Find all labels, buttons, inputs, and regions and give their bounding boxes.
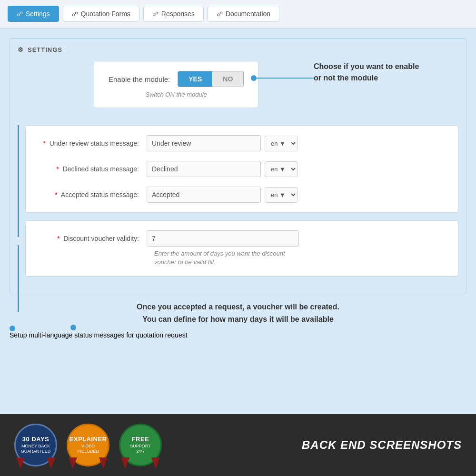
multilang-callout: Setup multi-language status messages for… [10, 326, 466, 339]
badge-explainer-wrapper: EXPLAINER VIDEO INCLUDED [67, 424, 109, 466]
badge-explainer-title: EXPLAINER [69, 436, 107, 444]
required-star-1: * [43, 139, 45, 147]
main-content: ⚙ SETTINGS Choose if you want to enableo… [0, 29, 476, 466]
ribbon-right-3 [151, 457, 160, 470]
svg-marker-0 [16, 457, 25, 469]
ribbon-left-2 [69, 457, 77, 470]
accepted-input[interactable] [147, 187, 261, 203]
ribbon-right-2 [99, 457, 108, 470]
under-review-lang-select[interactable]: en ▼ [265, 136, 298, 151]
badge-30days-sub1: MONEY BACK [21, 444, 50, 449]
svg-marker-3 [99, 457, 108, 469]
ribbon-right-1 [47, 457, 55, 470]
voucher-callout-text: Once you accepted a request, a voucher w… [10, 301, 466, 325]
under-review-row: * Under review status message: en ▼ [37, 135, 446, 151]
responses-tab-label: Responses [161, 10, 195, 18]
settings-header: ⚙ SETTINGS [18, 46, 458, 53]
accepted-lang-select[interactable]: en ▼ [265, 187, 298, 203]
svg-marker-1 [47, 457, 55, 469]
svg-marker-5 [151, 457, 160, 469]
multilang-callout-text: Setup multi-language status messages for… [10, 331, 188, 339]
voucher-label: * Discount voucher validity: [37, 235, 147, 242]
documentation-tab-label: Documentation [226, 10, 270, 18]
settings-title: SETTINGS [28, 46, 62, 53]
badge-free-support-sub1: SUPPORT [130, 444, 150, 449]
switch-hint: Switch ON the module [145, 91, 207, 98]
settings-tab-label: Settings [26, 10, 50, 18]
required-star-3: * [55, 191, 57, 198]
declined-row: * Declined status message: en ▼ [37, 161, 446, 177]
settings-tab-icon: ☍ [17, 10, 23, 18]
tab-responses[interactable]: ☍ Responses [143, 6, 204, 22]
voucher-callout-area: Once you accepted a request, a voucher w… [10, 301, 466, 325]
enable-module-label: Enable the module: [109, 75, 170, 83]
under-review-input[interactable] [147, 135, 261, 151]
badge-free-support-title: FREE [132, 436, 149, 444]
quotation-tab-label: Quotation Forms [81, 10, 130, 18]
declined-label: * Declined status message: [37, 165, 147, 173]
under-review-label: * Under review status message: [37, 139, 147, 147]
tab-documentation[interactable]: ☍ Documentation [208, 6, 279, 22]
svg-marker-4 [121, 457, 129, 469]
fields-wrapper: * Under review status message: en ▼ * De… [18, 125, 458, 277]
enable-callout-text: Choose if you want to enableor not the m… [314, 61, 466, 84]
declined-lang-select[interactable]: en ▼ [265, 161, 298, 177]
toggle-yes-button[interactable]: YES [178, 71, 212, 87]
toggle-switch[interactable]: YES NO [178, 71, 244, 87]
accepted-row: * Accepted status message: en ▼ [37, 187, 446, 203]
required-star-2: * [56, 165, 59, 173]
status-messages-box: * Under review status message: en ▼ * De… [25, 125, 458, 213]
multilang-callout-dot [10, 326, 15, 331]
badge-free-support-sub2: 24/7 [136, 449, 145, 455]
required-star-4: * [57, 235, 60, 242]
badge-explainer-sub2: INCLUDED [77, 449, 99, 455]
toggle-no-button[interactable]: NO [212, 71, 243, 87]
responses-tab-icon: ☍ [152, 10, 159, 18]
enable-callout-dot [251, 75, 257, 81]
tab-settings[interactable]: ☍ Settings [8, 6, 59, 22]
declined-input[interactable] [147, 161, 261, 177]
documentation-tab-icon: ☍ [217, 10, 223, 18]
back-end-screenshots-label: BACK END SCREENSHOTS [302, 438, 462, 452]
ribbon-left-3 [121, 457, 129, 470]
bottom-section: 30 DAYS MONEY BACK GUARANTEED EXPLAINER … [0, 414, 476, 476]
gear-icon: ⚙ [18, 46, 24, 53]
status-bracket-line [18, 125, 19, 237]
badge-free-support-wrapper: FREE SUPPORT 24/7 [119, 424, 162, 466]
badge-30days-sub2: GUARANTEED [21, 449, 51, 455]
ribbon-left-1 [16, 457, 25, 470]
tab-quotation-forms[interactable]: ☍ Quotation Forms [63, 6, 139, 22]
badge-explainer-sub1: VIDEO [81, 444, 95, 449]
accepted-label: * Accepted status message: [37, 191, 147, 198]
enable-module-section: Choose if you want to enableor not the m… [18, 61, 458, 118]
quotation-tab-icon: ☍ [72, 10, 78, 18]
enable-callout-line [257, 78, 314, 79]
top-navigation: ☍ Settings ☍ Quotation Forms ☍ Responses… [0, 0, 476, 29]
badge-30days-wrapper: 30 DAYS MONEY BACK GUARANTEED [14, 424, 57, 466]
voucher-input[interactable] [147, 230, 299, 247]
badge-30days-title: 30 DAYS [22, 436, 50, 444]
enable-module-box: Enable the module: YES NO Switch ON the … [94, 61, 258, 108]
voucher-row: * Discount voucher validity: [37, 230, 446, 247]
settings-panel: ⚙ SETTINGS Choose if you want to enableo… [10, 38, 466, 294]
badges-container: 30 DAYS MONEY BACK GUARANTEED EXPLAINER … [14, 424, 162, 466]
voucher-hint: Enter the amount of days you want the di… [147, 249, 308, 267]
svg-marker-2 [69, 457, 77, 469]
voucher-box: * Discount voucher validity: Enter the a… [25, 220, 458, 277]
enable-module-row: Enable the module: YES NO [109, 71, 244, 87]
